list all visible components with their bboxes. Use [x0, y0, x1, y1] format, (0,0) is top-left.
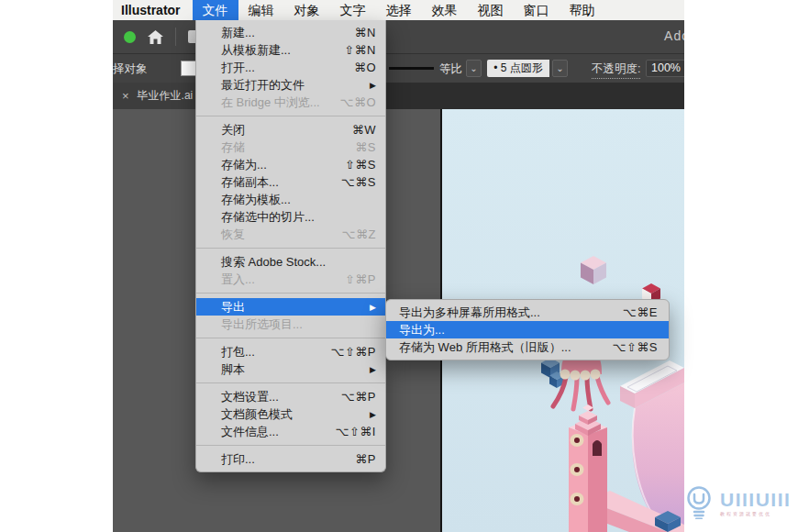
submenu-arrow-icon: ▶ [370, 80, 376, 90]
file-menu-item-3[interactable]: 最近打开的文件▶ [196, 76, 385, 94]
file-menu-item-shortcut: ⌥⌘Z [342, 227, 376, 241]
export-submenu-item-label: 导出为多种屏幕所用格式... [399, 305, 540, 321]
file-menu-item-shortcut: ⌥⇧⌘I [336, 425, 377, 438]
tower-window [593, 440, 602, 456]
file-menu-item-label: 打包... [221, 344, 255, 360]
file-menu-item-shortcut: ⌥⌘P [341, 390, 376, 404]
screenshot-stage: Illustrator 文件编辑对象文字选择效果视图窗口帮助 Ado 择对象 等… [0, 0, 798, 532]
file-menu-item-2[interactable]: 打开...⌘O [196, 59, 385, 76]
file-menu-item-9[interactable]: 存储副本...⌥⌘S [196, 173, 385, 191]
file-menu-item-label: 文档颜色模式 [221, 406, 293, 423]
home-icon[interactable] [148, 30, 163, 44]
menubar-item-5[interactable]: 效果 [422, 0, 468, 20]
watermark-slogan: 教程资源就要优优 [720, 512, 791, 516]
menubar-item-2[interactable]: 对象 [284, 0, 330, 20]
file-menu-item-label: 脚本 [221, 361, 245, 378]
file-menu-item-18: 导出所选项目... [196, 316, 385, 333]
stroke-preview [389, 67, 434, 70]
file-menu-item-label: 从模板新建... [221, 42, 291, 59]
watermark: UIIIUIII 教程资源就要优优 [684, 478, 796, 527]
file-menu-item-10[interactable]: 存储为模板... [196, 191, 385, 208]
file-menu-item-20[interactable]: 打包...⌥⇧⌘P [196, 343, 385, 360]
stroke-profile-chevron-icon[interactable]: ⌄ [466, 60, 482, 77]
file-menu-item-label: 在 Bridge 中浏览... [221, 94, 320, 111]
file-menu-item-label: 存储为... [221, 157, 267, 173]
file-menu-item-label: 打印... [221, 451, 255, 468]
file-menu-item-6[interactable]: 关闭⌘W [196, 121, 385, 139]
file-menu-item-shortcut: ⌥⌘O [339, 95, 376, 109]
file-menu-item-label: 搜索 Adobe Stock... [221, 254, 326, 271]
brush-definition-dropdown[interactable]: • 5 点圆形 [487, 60, 549, 77]
brush-chevron-icon[interactable]: ⌄ [552, 60, 568, 77]
menubar-item-1[interactable]: 编辑 [238, 0, 284, 20]
watermark-lightbulb-icon [684, 486, 714, 519]
file-menu-item-0[interactable]: 新建...⌘N [196, 24, 385, 41]
submenu-arrow-icon: ▶ [370, 364, 376, 374]
file-menu-item-1[interactable]: 从模板新建...⇧⌘N [196, 41, 385, 59]
file-menu-item-label: 存储为模板... [221, 192, 291, 208]
file-menu-separator [196, 248, 385, 249]
file-menu-item-24[interactable]: 文档颜色模式▶ [196, 405, 385, 423]
file-menu: 新建...⌘N从模板新建...⇧⌘N打开...⌘O最近打开的文件▶在 Bridg… [195, 20, 386, 472]
file-menu-item-14[interactable]: 搜索 Adobe Stock... [196, 253, 385, 271]
opacity-label[interactable]: 不透明度: [592, 61, 640, 79]
file-menu-item-label: 文件信息... [221, 424, 279, 440]
tab-close-icon[interactable]: × [122, 89, 129, 103]
file-menu-item-23[interactable]: 文档设置...⌥⌘P [196, 388, 385, 405]
menubar-item-8[interactable]: 帮助 [560, 0, 605, 20]
file-menu-item-21[interactable]: 脚本▶ [196, 360, 385, 378]
export-submenu-item-shortcut: ⌥⇧⌘S [612, 340, 658, 354]
file-menu-separator [196, 445, 385, 446]
file-menu-item-17[interactable]: 导出▶ [196, 298, 385, 316]
file-menu-item-shortcut: ⌘S [355, 140, 376, 154]
export-submenu-item-1[interactable]: 导出为... [386, 321, 669, 338]
opacity-value-field[interactable]: 100% [646, 60, 684, 77]
export-submenu-item-2[interactable]: 存储为 Web 所用格式（旧版）...⌥⇧⌘S [386, 338, 669, 356]
file-menu-item-label: 新建... [221, 25, 255, 41]
file-menu-item-label: 关闭 [221, 122, 245, 139]
file-menu-item-11[interactable]: 存储选中的切片... [196, 208, 385, 226]
export-submenu-item-0[interactable]: 导出为多种屏幕所用格式...⌥⌘E [386, 304, 669, 321]
file-menu-item-label: 存储副本... [221, 174, 279, 191]
file-menu-item-shortcut: ⌥⌘S [341, 175, 376, 189]
file-menu-item-shortcut: ⇧⌘S [345, 158, 376, 172]
file-menu-item-shortcut: ⇧⌘N [344, 43, 376, 57]
app-menu-illustrator[interactable]: Illustrator [113, 0, 193, 20]
window-green-dot[interactable] [124, 31, 136, 43]
file-menu-item-label: 存储 [221, 139, 245, 156]
stroke-profile-label[interactable]: 等比 [439, 61, 462, 77]
file-menu-item-shortcut: ⌘P [355, 452, 376, 466]
file-menu-item-7: 存储⌘S [196, 139, 385, 156]
menubar-item-6[interactable]: 视图 [468, 0, 514, 20]
file-menu-item-label: 存储选中的切片... [221, 209, 315, 226]
menubar-item-0[interactable]: 文件 [193, 0, 238, 20]
file-menu-item-shortcut: ⌘O [354, 61, 376, 74]
menubar-item-4[interactable]: 选择 [376, 0, 422, 20]
tower-buttons [571, 434, 584, 505]
file-menu-item-15: 置入...⇧⌘P [196, 271, 385, 288]
file-menu-item-shortcut: ⌘N [355, 26, 376, 39]
watermark-brand: UIIIUIII [720, 490, 791, 509]
toolbar-divider [175, 28, 176, 46]
submenu-arrow-icon: ▶ [370, 409, 376, 419]
file-menu-item-label: 置入... [221, 272, 255, 288]
file-menu-item-25[interactable]: 文件信息...⌥⇧⌘I [196, 423, 385, 440]
menubar-item-3[interactable]: 文字 [330, 0, 376, 20]
export-submenu-item-shortcut: ⌥⌘E [623, 305, 658, 319]
file-menu-item-8[interactable]: 存储为...⇧⌘S [196, 156, 385, 173]
fill-swatch[interactable] [181, 61, 196, 76]
submenu-arrow-icon: ▶ [370, 302, 376, 312]
export-submenu: 导出为多种屏幕所用格式...⌥⌘E导出为...存储为 Web 所用格式（旧版）.… [385, 299, 670, 360]
file-menu-item-label: 导出所选项目... [221, 316, 303, 333]
file-menu-item-label: 文档设置... [221, 389, 279, 405]
file-menu-item-label: 导出 [221, 299, 245, 316]
file-menu-item-27[interactable]: 打印...⌘P [196, 450, 385, 468]
menubar-item-7[interactable]: 窗口 [514, 0, 560, 20]
file-menu-item-shortcut: ⇧⌘P [345, 272, 376, 286]
selection-label: 择对象 [113, 61, 148, 77]
file-menu-separator [196, 338, 385, 338]
file-menu-separator [196, 293, 385, 294]
file-menu-item-shortcut: ⌘W [352, 123, 376, 137]
file-menu-item-4: 在 Bridge 中浏览...⌥⌘O [196, 94, 385, 111]
file-menu-item-label: 打开... [221, 60, 255, 76]
